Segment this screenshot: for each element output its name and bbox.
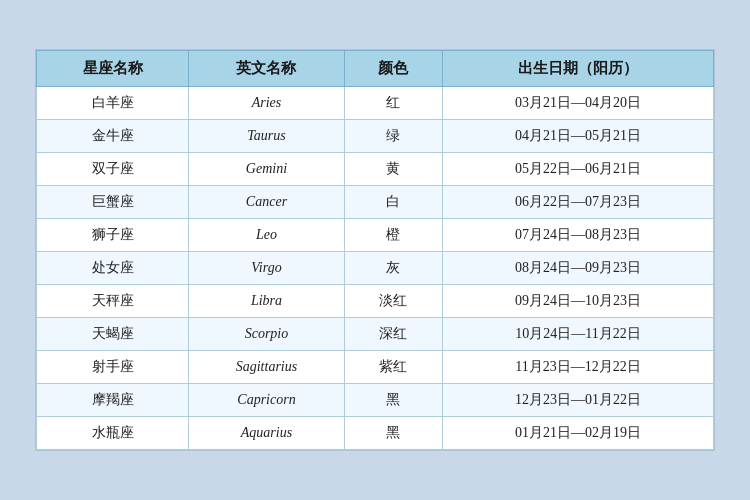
cell-dates: 08月24日—09月23日 <box>443 252 714 285</box>
col-header-dates: 出生日期（阳历） <box>443 51 714 87</box>
table-row: 天蝎座Scorpio深红10月24日—11月22日 <box>37 318 714 351</box>
table-header-row: 星座名称 英文名称 颜色 出生日期（阳历） <box>37 51 714 87</box>
cell-dates: 04月21日—05月21日 <box>443 120 714 153</box>
table-row: 白羊座Aries红03月21日—04月20日 <box>37 87 714 120</box>
cell-color: 黄 <box>344 153 443 186</box>
cell-dates: 11月23日—12月22日 <box>443 351 714 384</box>
cell-chinese-name: 狮子座 <box>37 219 189 252</box>
cell-chinese-name: 水瓶座 <box>37 417 189 450</box>
cell-dates: 01月21日—02月19日 <box>443 417 714 450</box>
cell-english-name: Scorpio <box>189 318 344 351</box>
table-body: 白羊座Aries红03月21日—04月20日金牛座Taurus绿04月21日—0… <box>37 87 714 450</box>
table-row: 处女座Virgo灰08月24日—09月23日 <box>37 252 714 285</box>
cell-color: 灰 <box>344 252 443 285</box>
table-row: 水瓶座Aquarius黑01月21日—02月19日 <box>37 417 714 450</box>
cell-english-name: Sagittarius <box>189 351 344 384</box>
cell-english-name: Taurus <box>189 120 344 153</box>
zodiac-table: 星座名称 英文名称 颜色 出生日期（阳历） 白羊座Aries红03月21日—04… <box>36 50 714 450</box>
cell-color: 紫红 <box>344 351 443 384</box>
cell-chinese-name: 摩羯座 <box>37 384 189 417</box>
table-row: 狮子座Leo橙07月24日—08月23日 <box>37 219 714 252</box>
cell-dates: 12月23日—01月22日 <box>443 384 714 417</box>
cell-chinese-name: 白羊座 <box>37 87 189 120</box>
cell-color: 深红 <box>344 318 443 351</box>
cell-color: 白 <box>344 186 443 219</box>
cell-color: 黑 <box>344 417 443 450</box>
table-row: 射手座Sagittarius紫红11月23日—12月22日 <box>37 351 714 384</box>
cell-chinese-name: 巨蟹座 <box>37 186 189 219</box>
cell-english-name: Aquarius <box>189 417 344 450</box>
cell-chinese-name: 处女座 <box>37 252 189 285</box>
cell-chinese-name: 天秤座 <box>37 285 189 318</box>
table-row: 天秤座Libra淡红09月24日—10月23日 <box>37 285 714 318</box>
cell-chinese-name: 金牛座 <box>37 120 189 153</box>
cell-dates: 09月24日—10月23日 <box>443 285 714 318</box>
cell-english-name: Aries <box>189 87 344 120</box>
cell-english-name: Leo <box>189 219 344 252</box>
cell-chinese-name: 双子座 <box>37 153 189 186</box>
cell-dates: 06月22日—07月23日 <box>443 186 714 219</box>
cell-dates: 10月24日—11月22日 <box>443 318 714 351</box>
table-row: 摩羯座Capricorn黑12月23日—01月22日 <box>37 384 714 417</box>
cell-english-name: Cancer <box>189 186 344 219</box>
cell-color: 红 <box>344 87 443 120</box>
table-row: 金牛座Taurus绿04月21日—05月21日 <box>37 120 714 153</box>
cell-chinese-name: 天蝎座 <box>37 318 189 351</box>
col-header-chinese: 星座名称 <box>37 51 189 87</box>
cell-color: 淡红 <box>344 285 443 318</box>
cell-chinese-name: 射手座 <box>37 351 189 384</box>
cell-color: 橙 <box>344 219 443 252</box>
cell-dates: 03月21日—04月20日 <box>443 87 714 120</box>
cell-english-name: Capricorn <box>189 384 344 417</box>
cell-english-name: Gemini <box>189 153 344 186</box>
table-row: 巨蟹座Cancer白06月22日—07月23日 <box>37 186 714 219</box>
cell-dates: 07月24日—08月23日 <box>443 219 714 252</box>
zodiac-table-container: 星座名称 英文名称 颜色 出生日期（阳历） 白羊座Aries红03月21日—04… <box>35 49 715 451</box>
cell-color: 绿 <box>344 120 443 153</box>
table-row: 双子座Gemini黄05月22日—06月21日 <box>37 153 714 186</box>
cell-dates: 05月22日—06月21日 <box>443 153 714 186</box>
cell-color: 黑 <box>344 384 443 417</box>
col-header-color: 颜色 <box>344 51 443 87</box>
cell-english-name: Libra <box>189 285 344 318</box>
col-header-english: 英文名称 <box>189 51 344 87</box>
cell-english-name: Virgo <box>189 252 344 285</box>
